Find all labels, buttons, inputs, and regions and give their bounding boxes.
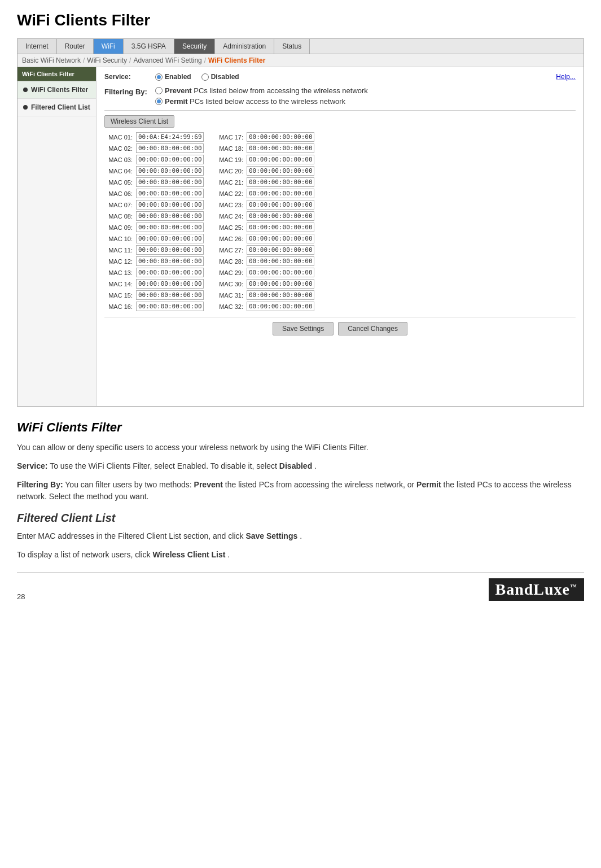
help-intro: You can allow or deny specific users to … [17, 442, 584, 453]
mac-label-MAC 28: MAC 28: [215, 258, 243, 265]
tab-security[interactable]: Security [174, 39, 215, 54]
mac-label-MAC 09: MAC 09: [104, 224, 133, 231]
mac-row-left-6: MAC 06: [104, 189, 204, 198]
mac-input-right-7[interactable] [247, 200, 314, 210]
mac-input-left-7[interactable] [136, 200, 204, 210]
filter-prevent-option[interactable]: Prevent PCs listed below from accessing … [155, 86, 368, 95]
mac-input-left-13[interactable] [136, 268, 204, 277]
mac-input-left-16[interactable] [136, 302, 204, 311]
mac-input-left-15[interactable] [136, 290, 204, 300]
mac-row-left-1: MAC 01: [104, 132, 204, 142]
tab-internet[interactable]: Internet [17, 39, 57, 54]
mac-input-left-11[interactable] [136, 245, 204, 255]
mac-row-left-10: MAC 10: [104, 234, 204, 243]
service-enabled-option[interactable]: Enabled [155, 73, 191, 81]
help-service-label: Service: [17, 461, 47, 470]
mac-label-MAC 01: MAC 01: [104, 134, 133, 141]
filter-permit-label: Permit PCs listed below access to the wi… [165, 97, 345, 106]
mac-input-right-1[interactable] [247, 132, 314, 142]
subnav-wifi-security[interactable]: WiFi Security [87, 56, 127, 64]
subnav-wifi-clients-filter[interactable]: WiFi Clients Filter [208, 56, 265, 64]
mac-label-MAC 24: MAC 24: [215, 213, 243, 220]
mac-row-left-15: MAC 15: [104, 290, 204, 300]
filter-permit-option[interactable]: Permit PCs listed below access to the wi… [155, 97, 368, 106]
cancel-changes-button[interactable]: Cancel Changes [338, 322, 407, 335]
mac-row-left-8: MAC 08: [104, 211, 204, 221]
mac-input-left-5[interactable] [136, 177, 204, 187]
mac-input-right-9[interactable] [247, 223, 314, 232]
mac-row-right-10: MAC 26: [215, 234, 314, 243]
mac-input-left-9[interactable] [136, 223, 204, 232]
top-nav: Internet Router WiFi 3.5G HSPA Security … [17, 39, 584, 54]
sidebar-item-filtered-client-list[interactable]: Filtered Client List [17, 99, 96, 116]
mac-input-right-12[interactable] [247, 256, 314, 266]
save-settings-button[interactable]: Save Settings [273, 322, 334, 335]
filtered-client-para1: Enter MAC addresses in the Filtered Clie… [17, 530, 584, 542]
mac-row-right-4: MAC 20: [215, 166, 314, 176]
mac-row-right-6: MAC 22: [215, 189, 314, 198]
service-disabled-radio[interactable] [201, 73, 209, 81]
mac-input-right-10[interactable] [247, 234, 314, 243]
subnav-advanced-wifi[interactable]: Advanced WiFi Setting [133, 56, 201, 64]
page-number: 28 [17, 592, 25, 601]
mac-input-right-3[interactable] [247, 155, 314, 164]
wireless-client-section: Wireless Client List [104, 115, 576, 128]
tab-status[interactable]: Status [274, 39, 310, 54]
mac-label-MAC 19: MAC 19: [215, 156, 243, 163]
filter-prevent-radio[interactable] [155, 87, 163, 94]
service-enabled-radio[interactable] [155, 73, 163, 81]
mac-input-right-11[interactable] [247, 245, 314, 255]
mac-input-right-2[interactable] [247, 143, 314, 153]
sep3: / [204, 56, 206, 64]
brand-logo: BandLuxe™ [489, 578, 585, 601]
mac-label-MAC 27: MAC 27: [215, 247, 243, 254]
filtered-text3: To display a list of network users, clic… [17, 550, 152, 559]
mac-row-right-14: MAC 30: [215, 279, 314, 289]
mac-row-left-13: MAC 13: [104, 268, 204, 277]
mac-label-MAC 06: MAC 06: [104, 190, 133, 197]
mac-row-left-9: MAC 09: [104, 223, 204, 232]
mac-input-left-4[interactable] [136, 166, 204, 176]
mac-input-right-6[interactable] [247, 189, 314, 198]
service-disabled-option[interactable]: Disabled [201, 73, 239, 81]
tab-3g[interactable]: 3.5G HSPA [124, 39, 174, 54]
filtered-client-para2: To display a list of network users, clic… [17, 549, 584, 561]
filter-permit-radio[interactable] [155, 98, 163, 105]
mac-row-left-7: MAC 07: [104, 200, 204, 210]
tab-administration[interactable]: Administration [215, 39, 274, 54]
mac-row-left-2: MAC 02: [104, 143, 204, 153]
service-disabled-label: Disabled [211, 73, 239, 81]
tab-wifi[interactable]: WiFi [94, 39, 124, 54]
mac-input-left-10[interactable] [136, 234, 204, 243]
mac-input-right-16[interactable] [247, 302, 314, 311]
mac-input-left-2[interactable] [136, 143, 204, 153]
mac-input-left-3[interactable] [136, 155, 204, 164]
help-filtering-prevent: Prevent [194, 480, 223, 489]
sidebar-item-wifi-clients-filter[interactable]: WiFi Clients Filter [17, 81, 96, 99]
mac-input-left-12[interactable] [136, 256, 204, 266]
mac-row-right-16: MAC 32: [215, 302, 314, 311]
mac-label-MAC 18: MAC 18: [215, 145, 243, 152]
mac-row-right-5: MAC 21: [215, 177, 314, 187]
mac-input-left-14[interactable] [136, 279, 204, 289]
mac-column-left: MAC 01:MAC 02:MAC 03:MAC 04:MAC 05:MAC 0… [104, 132, 204, 311]
mac-input-right-15[interactable] [247, 290, 314, 300]
tab-router[interactable]: Router [57, 39, 94, 54]
help-link[interactable]: Help... [556, 73, 576, 81]
mac-input-right-5[interactable] [247, 177, 314, 187]
mac-table: MAC 01:MAC 02:MAC 03:MAC 04:MAC 05:MAC 0… [104, 132, 576, 311]
mac-input-left-6[interactable] [136, 189, 204, 198]
mac-label-MAC 25: MAC 25: [215, 224, 243, 231]
wireless-client-list-button[interactable]: Wireless Client List [104, 115, 174, 128]
brand-tm: ™ [570, 583, 577, 591]
content-area: WiFi Clients Filter WiFi Clients Filter … [17, 67, 584, 406]
help-service-para: Service: To use the WiFi Clients Filter,… [17, 460, 584, 472]
mac-input-right-13[interactable] [247, 268, 314, 277]
filtering-row: Filtering By: Prevent PCs listed below f… [104, 86, 576, 106]
mac-input-right-4[interactable] [247, 166, 314, 176]
subnav-basic-wifi[interactable]: Basic WiFi Network [22, 56, 81, 64]
mac-input-right-8[interactable] [247, 211, 314, 221]
mac-input-left-1[interactable] [136, 132, 204, 142]
mac-input-left-8[interactable] [136, 211, 204, 221]
mac-input-right-14[interactable] [247, 279, 314, 289]
